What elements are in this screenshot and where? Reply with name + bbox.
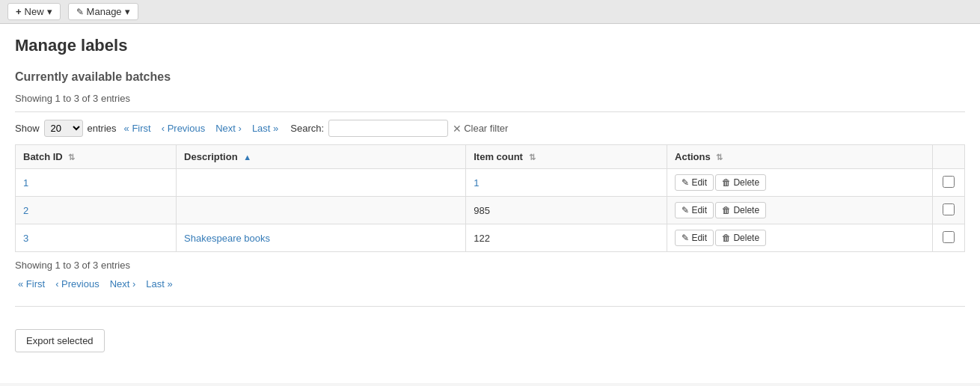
controls-row: Show 10 20 50 100 entries « First ‹ Prev… [15, 120, 965, 137]
cell-actions: ✎ Edit🗑 Delete [667, 169, 933, 197]
sort-arrows-item-count: ⇅ [529, 153, 536, 162]
bottom-first-button[interactable]: « First [15, 277, 48, 291]
item-count-value: 985 [474, 205, 490, 216]
showing-top: Showing 1 to 3 of 3 entries [15, 93, 965, 104]
search-label: Search: [290, 123, 324, 134]
cell-batch-id: 3 [16, 224, 177, 252]
table-row: 3Shakespeare books122✎ Edit🗑 Delete [16, 224, 965, 252]
bottom-pagination: « First ‹ Previous Next › Last » [15, 277, 965, 291]
cell-batch-id: 2 [16, 197, 177, 224]
new-button[interactable]: + New ▾ [7, 3, 61, 20]
cell-description [177, 197, 466, 224]
bottom-next-button[interactable]: Next › [107, 277, 139, 291]
search-input[interactable] [328, 120, 448, 137]
bottom-divider [15, 306, 965, 307]
col-header-description[interactable]: Description ▲ [177, 145, 466, 169]
delete-button[interactable]: 🗑 Delete [715, 174, 766, 191]
item-count-value[interactable]: 1 [474, 177, 479, 189]
col-header-batch-id[interactable]: Batch ID ⇅ [16, 145, 177, 169]
manage-button[interactable]: ✎ Manage ▾ [68, 3, 138, 20]
main-content: Manage labels Currently available batche… [0, 24, 980, 383]
pencil-icon: ✎ [76, 7, 84, 17]
section-title: Currently available batches [15, 70, 965, 84]
cell-description [177, 169, 466, 197]
edit-button[interactable]: ✎ Edit [675, 202, 714, 218]
bottom-previous-button[interactable]: ‹ Previous [52, 277, 102, 291]
sort-arrows-batch-id: ⇅ [68, 153, 75, 162]
cell-item-count: 122 [466, 224, 667, 252]
cell-actions: ✎ Edit🗑 Delete [667, 224, 933, 252]
bottom-last-button[interactable]: Last » [143, 277, 175, 291]
table-header-row: Batch ID ⇅ Description ▲ Item count ⇅ Ac… [16, 145, 965, 169]
showing-bottom: Showing 1 to 3 of 3 entries [15, 260, 965, 271]
cell-checkbox [932, 169, 964, 197]
sort-arrows-actions: ⇅ [716, 153, 723, 162]
row-checkbox[interactable] [943, 176, 955, 188]
table-row: 2985✎ Edit🗑 Delete [16, 197, 965, 224]
data-table: Batch ID ⇅ Description ▲ Item count ⇅ Ac… [15, 144, 965, 252]
col-header-item-count[interactable]: Item count ⇅ [466, 145, 667, 169]
manage-chevron-icon: ▾ [125, 6, 130, 17]
show-select[interactable]: 10 20 50 100 [44, 120, 83, 137]
item-count-value: 122 [474, 233, 490, 244]
cell-item-count: 1 [466, 169, 667, 197]
cell-description: Shakespeare books [177, 224, 466, 252]
delete-button[interactable]: 🗑 Delete [715, 202, 766, 218]
clear-filter-button[interactable]: ✕ Clear filter [453, 123, 508, 135]
edit-button[interactable]: ✎ Edit [675, 230, 714, 246]
batch-id-link[interactable]: 3 [23, 233, 28, 244]
new-label: New [25, 6, 44, 17]
next-button[interactable]: Next › [212, 121, 245, 135]
batch-id-link[interactable]: 1 [23, 177, 28, 189]
plus-icon: + [16, 6, 22, 17]
batch-id-link[interactable]: 2 [23, 205, 28, 216]
row-checkbox[interactable] [943, 203, 955, 215]
entries-label: entries [88, 123, 117, 134]
first-button[interactable]: « First [121, 121, 154, 135]
cell-checkbox [932, 197, 964, 224]
description-text: Shakespeare books [184, 233, 270, 244]
previous-button[interactable]: ‹ Previous [159, 121, 209, 135]
cell-checkbox [932, 224, 964, 252]
show-label: Show [15, 123, 40, 134]
export-selected-button[interactable]: Export selected [15, 329, 105, 352]
cell-batch-id: 1 [16, 169, 177, 197]
top-nav: + New ▾ ✎ Manage ▾ [0, 0, 980, 24]
col-header-check [932, 145, 964, 169]
table-row: 11✎ Edit🗑 Delete [16, 169, 965, 197]
last-button[interactable]: Last » [249, 121, 281, 135]
new-chevron-icon: ▾ [47, 6, 52, 17]
delete-button[interactable]: 🗑 Delete [715, 230, 766, 246]
col-header-actions[interactable]: Actions ⇅ [667, 145, 933, 169]
bottom-controls: Showing 1 to 3 of 3 entries « First ‹ Pr… [15, 260, 965, 291]
clear-filter-label: Clear filter [464, 123, 508, 134]
top-divider [15, 111, 965, 112]
page-title: Manage labels [15, 36, 965, 55]
cell-item-count: 985 [466, 197, 667, 224]
x-icon: ✕ [453, 123, 462, 135]
cell-actions: ✎ Edit🗑 Delete [667, 197, 933, 224]
edit-button[interactable]: ✎ Edit [675, 174, 714, 191]
manage-label: Manage [87, 6, 122, 17]
row-checkbox[interactable] [943, 231, 955, 243]
sort-up-description: ▲ [243, 153, 251, 162]
